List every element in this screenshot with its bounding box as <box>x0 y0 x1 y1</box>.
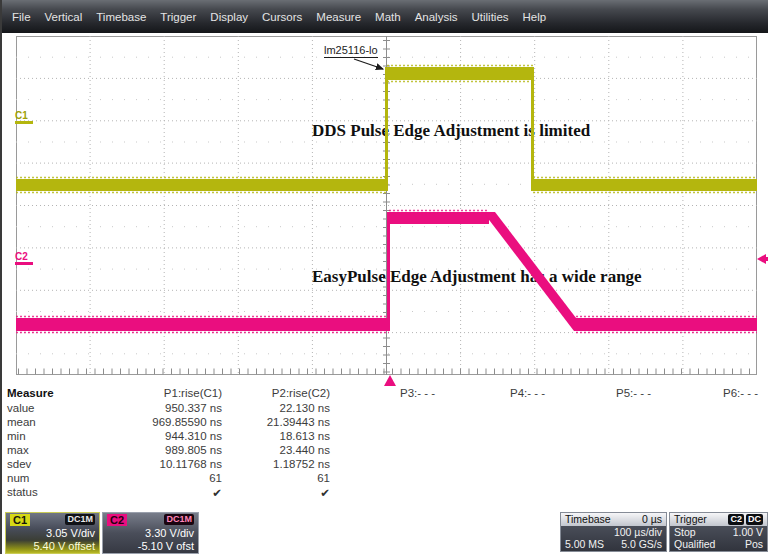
status-ok-icon: ✔ <box>210 486 332 500</box>
measure-row-min: min 944.310 ns 18.613 ns <box>2 430 768 444</box>
c2-channel-badge: C2 <box>107 514 127 526</box>
p1-value: 944.310 ns <box>98 430 222 442</box>
trigger-level: 1.00 V <box>733 526 763 538</box>
measure-title: Measure <box>7 387 54 399</box>
timebase-scale: 100 µs/div <box>614 526 662 538</box>
measure-col-p4[interactable]: P4:- - - <box>510 387 545 399</box>
c2-coupling-badge: DC1M <box>164 514 194 525</box>
p2-value: 1.18752 ns <box>210 458 332 470</box>
menu-item-math[interactable]: Math <box>375 11 401 23</box>
trigger-label: Trigger <box>674 513 707 525</box>
row-label: max <box>7 444 29 456</box>
c1-trace <box>16 67 757 191</box>
p2-value: 18.613 ns <box>210 430 332 442</box>
c1-channel-badge: C1 <box>10 514 30 526</box>
trigger-box[interactable]: Trigger C2 DC Stop 1.00 V Qualified Pos <box>669 512 768 552</box>
trigger-source-badge: C2 <box>728 514 744 525</box>
trigger-level-marker[interactable] <box>757 254 768 264</box>
menu-item-cursors[interactable]: Cursors <box>262 11 302 23</box>
row-label: min <box>7 430 26 442</box>
timebase-delay: 0 µs <box>642 513 662 525</box>
row-label: sdev <box>7 458 31 470</box>
c1-vdiv: 3.05 V/div <box>46 527 95 539</box>
c2-offset-marker[interactable]: C2 <box>15 251 33 265</box>
c2-trace <box>16 212 757 331</box>
c1-offset: 5.40 V offset <box>33 540 95 552</box>
measure-table: Measure P1:rise(C1) P2:rise(C2) P3:- - -… <box>2 385 768 512</box>
measure-header-row: Measure P1:rise(C1) P2:rise(C2) P3:- - -… <box>2 387 768 401</box>
measure-row-max: max 989.805 ns 23.440 ns <box>2 444 768 458</box>
p1-value: 989.805 ns <box>98 444 222 456</box>
c1-offset-marker[interactable]: C1 <box>15 110 33 124</box>
callout-arrow <box>354 59 383 69</box>
p1-value: 950.337 ns <box>98 402 222 414</box>
menu-bar: File Vertical Timebase Trigger Display C… <box>2 0 768 33</box>
menu-item-file[interactable]: File <box>12 11 31 23</box>
measure-col-p5[interactable]: P5:- - - <box>616 387 651 399</box>
measure-col-p6[interactable]: P6:- - - <box>723 387 758 399</box>
measure-row-status: status ✔ ✔ <box>2 486 768 500</box>
trigger-time-marker[interactable] <box>384 375 396 386</box>
c1-channel-box[interactable]: C1 DC1M 3.05 V/div 5.40 V offset <box>5 512 100 554</box>
menu-item-measure[interactable]: Measure <box>316 11 361 23</box>
menu-item-analysis[interactable]: Analysis <box>415 11 458 23</box>
timebase-label: Timebase <box>565 513 611 525</box>
row-label: status <box>7 486 38 498</box>
p1-value: 10.11768 ns <box>98 458 222 470</box>
trigger-mode: Stop <box>674 526 696 538</box>
timebase-samples: 5.00 MS <box>565 538 604 550</box>
callout-label: lm25116-lo <box>324 44 378 58</box>
menu-item-timebase[interactable]: Timebase <box>96 11 146 23</box>
row-label: mean <box>7 416 36 428</box>
trigger-coupling-badge: DC <box>746 514 763 525</box>
measure-row-sdev: sdev 10.11768 ns 1.18752 ns <box>2 458 768 472</box>
c2-offset: -5.10 V ofst <box>138 540 194 552</box>
row-label: num <box>7 472 29 484</box>
menu-item-trigger[interactable]: Trigger <box>160 11 196 23</box>
status-ok-icon: ✔ <box>98 486 222 500</box>
measure-row-num: num 61 61 <box>2 472 768 486</box>
oscilloscope-screen: DDS Pulse Edge Adjustment is limited Eas… <box>16 36 757 375</box>
p2-value: 21.39443 ns <box>210 416 332 428</box>
c1-coupling-badge: DC1M <box>65 514 95 525</box>
oscilloscope-window: File Vertical Timebase Trigger Display C… <box>0 0 768 554</box>
p2-value: 61 <box>210 472 332 484</box>
menu-item-display[interactable]: Display <box>210 11 248 23</box>
menu-item-vertical[interactable]: Vertical <box>45 11 83 23</box>
p2-value: 22.130 ns <box>210 402 332 414</box>
c2-channel-box[interactable]: C2 DC1M 3.30 V/div -5.10 V ofst <box>102 512 199 554</box>
trigger-kind: Qualified <box>674 538 715 550</box>
waveform-traces <box>16 36 757 375</box>
c2-vdiv: 3.30 V/div <box>145 527 194 539</box>
trigger-slope: Pos <box>745 538 763 550</box>
measure-row-value: value 950.337 ns 22.130 ns <box>2 402 768 416</box>
timebase-rate: 5.0 GS/s <box>621 538 662 550</box>
p1-value: 61 <box>98 472 222 484</box>
measure-col-p3[interactable]: P3:- - - <box>400 387 435 399</box>
measure-col-p1[interactable]: P1:rise(C1) <box>98 387 222 399</box>
p2-value: 23.440 ns <box>210 444 332 456</box>
row-label: value <box>7 402 35 414</box>
timebase-box[interactable]: Timebase 0 µs 100 µs/div 5.00 MS 5.0 GS/… <box>560 512 667 552</box>
menu-item-utilities[interactable]: Utilities <box>471 11 508 23</box>
menu-item-help[interactable]: Help <box>523 11 547 23</box>
measure-row-mean: mean 969.85590 ns 21.39443 ns <box>2 416 768 430</box>
p1-value: 969.85590 ns <box>98 416 222 428</box>
measure-col-p2[interactable]: P2:rise(C2) <box>210 387 332 399</box>
